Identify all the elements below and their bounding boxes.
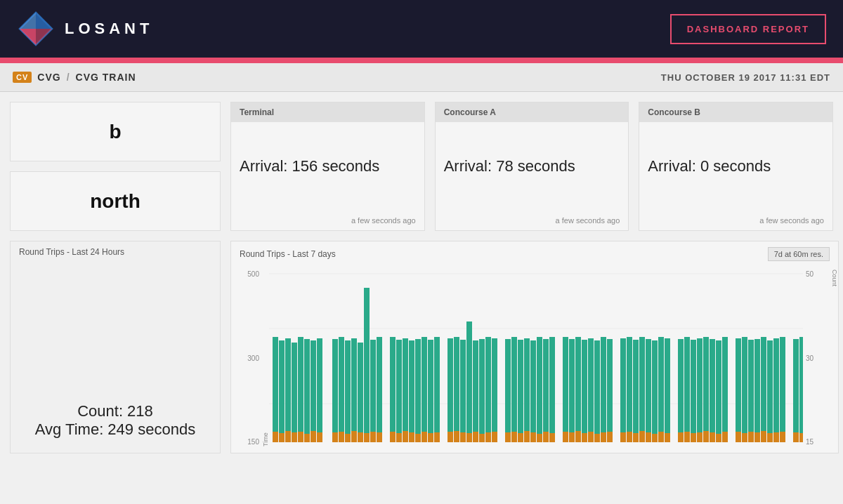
svg-rect-98 xyxy=(575,431,581,442)
svg-rect-24 xyxy=(332,339,338,442)
svg-rect-81 xyxy=(511,432,517,442)
svg-rect-32 xyxy=(332,432,338,442)
svg-rect-42 xyxy=(403,338,408,442)
terminal-arrival: Arrival: 156 seconds xyxy=(231,122,424,211)
svg-rect-26 xyxy=(345,340,351,442)
round-trips-7d-panel: Round Trips - Last 7 days 7d at 60m res.… xyxy=(230,241,839,453)
svg-rect-150 xyxy=(773,432,779,442)
svg-rect-147 xyxy=(754,432,760,442)
svg-rect-146 xyxy=(748,432,754,442)
svg-rect-36 xyxy=(358,432,363,442)
svg-rect-72 xyxy=(505,339,511,442)
svg-rect-49 xyxy=(396,433,402,442)
svg-rect-17 xyxy=(279,433,285,442)
concourse-b-header: Concourse B xyxy=(639,102,832,122)
bar-chart-svg xyxy=(269,267,803,449)
svg-rect-37 xyxy=(364,433,370,442)
svg-rect-39 xyxy=(377,432,382,442)
svg-rect-84 xyxy=(530,432,536,442)
left-stack: b north xyxy=(10,102,221,231)
svg-rect-79 xyxy=(549,337,555,442)
svg-rect-58 xyxy=(460,340,466,442)
y-right-bot: 15 xyxy=(806,438,813,446)
svg-rect-66 xyxy=(460,432,466,442)
dashboard-report-button[interactable]: DASHBOARD REPORT xyxy=(670,14,826,44)
svg-rect-41 xyxy=(396,340,402,442)
svg-rect-13 xyxy=(304,339,310,442)
svg-rect-18 xyxy=(285,431,291,442)
svg-rect-135 xyxy=(722,432,728,442)
svg-rect-124 xyxy=(703,337,709,442)
concourse-a-timestamp: a few seconds ago xyxy=(436,211,629,230)
breadcrumb-parent: CVG xyxy=(37,72,60,83)
svg-rect-134 xyxy=(716,434,721,442)
svg-rect-127 xyxy=(722,337,728,442)
svg-rect-74 xyxy=(518,340,523,442)
svg-rect-105 xyxy=(627,337,632,442)
svg-rect-138 xyxy=(748,340,754,442)
concourse-b-timestamp: a few seconds ago xyxy=(639,211,832,230)
svg-rect-38 xyxy=(370,432,376,442)
y-right-label: Count xyxy=(831,267,838,449)
svg-rect-93 xyxy=(594,340,600,442)
y-right-top: 50 xyxy=(806,270,813,278)
terminal-header: Terminal xyxy=(231,102,424,122)
svg-rect-27 xyxy=(351,338,357,442)
round-trips-7d-title: Round Trips - Last 7 days xyxy=(240,249,336,259)
svg-rect-54 xyxy=(428,433,433,442)
terminal-timestamp: a few seconds ago xyxy=(231,211,424,230)
svg-rect-100 xyxy=(588,432,594,442)
breadcrumb: CV CVG / CVG TRAIN xyxy=(13,72,136,83)
losant-logo xyxy=(17,10,55,48)
svg-rect-60 xyxy=(473,340,478,442)
y-axis-left: 500 300 150 xyxy=(231,267,262,449)
direction-panel-b: b xyxy=(10,102,221,161)
svg-rect-97 xyxy=(569,432,575,442)
round-trips-count: Count: 218 xyxy=(77,402,153,420)
svg-rect-110 xyxy=(658,337,664,442)
svg-rect-67 xyxy=(466,433,472,442)
y-axis-right: 50 30 15 xyxy=(803,267,831,449)
svg-rect-69 xyxy=(479,434,485,442)
svg-rect-19 xyxy=(292,432,297,442)
svg-rect-109 xyxy=(652,340,658,442)
svg-rect-16 xyxy=(273,432,278,442)
svg-rect-94 xyxy=(601,337,606,442)
top-row: b north Terminal Arrival: 156 seconds a … xyxy=(10,102,833,231)
svg-rect-50 xyxy=(403,431,408,442)
svg-rect-92 xyxy=(588,338,594,442)
svg-rect-29 xyxy=(364,288,370,442)
terminal-panel: Terminal Arrival: 156 seconds a few seco… xyxy=(230,102,425,231)
round-trips-24h-body: Count: 218 Avg Time: 249 seconds xyxy=(11,263,220,453)
svg-rect-51 xyxy=(409,432,414,442)
svg-marker-3 xyxy=(20,13,36,29)
svg-rect-43 xyxy=(409,340,414,442)
red-bar xyxy=(0,58,843,63)
svg-rect-25 xyxy=(339,337,344,442)
svg-rect-111 xyxy=(665,338,670,442)
svg-rect-35 xyxy=(351,431,357,442)
svg-rect-70 xyxy=(485,432,491,442)
svg-rect-118 xyxy=(658,432,664,442)
direction-panel-north: north xyxy=(10,171,221,231)
svg-rect-121 xyxy=(684,337,690,442)
concourse-a-header: Concourse A xyxy=(436,102,629,122)
logo-area: LOSANT xyxy=(17,10,153,48)
round-trips-7d-header: Round Trips - Last 7 days 7d at 60m res. xyxy=(231,241,838,267)
svg-rect-144 xyxy=(736,432,741,442)
svg-rect-77 xyxy=(537,337,542,442)
round-trips-24h-panel: Round Trips - Last 24 Hours Count: 218 A… xyxy=(10,241,221,453)
svg-rect-154 xyxy=(793,432,799,442)
y-right-mid: 30 xyxy=(806,354,813,362)
svg-rect-108 xyxy=(646,339,651,442)
svg-rect-116 xyxy=(646,432,651,442)
svg-rect-85 xyxy=(537,434,542,442)
round-trips-7d-badge: 7d at 60m res. xyxy=(768,247,830,261)
svg-rect-12 xyxy=(298,337,303,442)
svg-rect-73 xyxy=(511,337,517,442)
svg-rect-103 xyxy=(607,432,613,442)
svg-rect-131 xyxy=(697,432,702,442)
y-left-bot: 150 xyxy=(247,438,259,446)
svg-rect-102 xyxy=(601,432,606,442)
svg-rect-15 xyxy=(317,338,322,442)
